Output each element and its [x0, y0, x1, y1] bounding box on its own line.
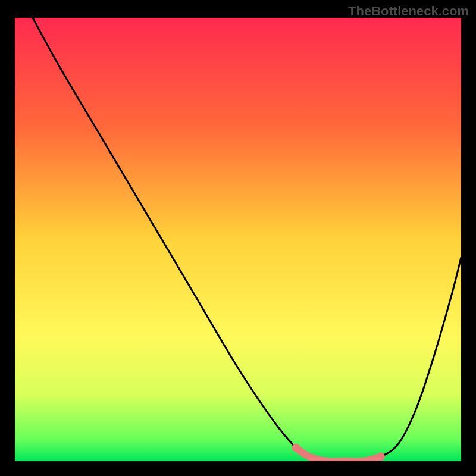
chart-frame: TheBottleneck.com	[0, 0, 476, 476]
plot-area	[15, 18, 461, 461]
chart-svg	[15, 18, 461, 461]
highlight-endpoint	[292, 444, 300, 452]
highlight-endpoint	[377, 453, 385, 461]
gradient-background	[15, 18, 461, 461]
watermark-text: TheBottleneck.com	[348, 4, 469, 19]
